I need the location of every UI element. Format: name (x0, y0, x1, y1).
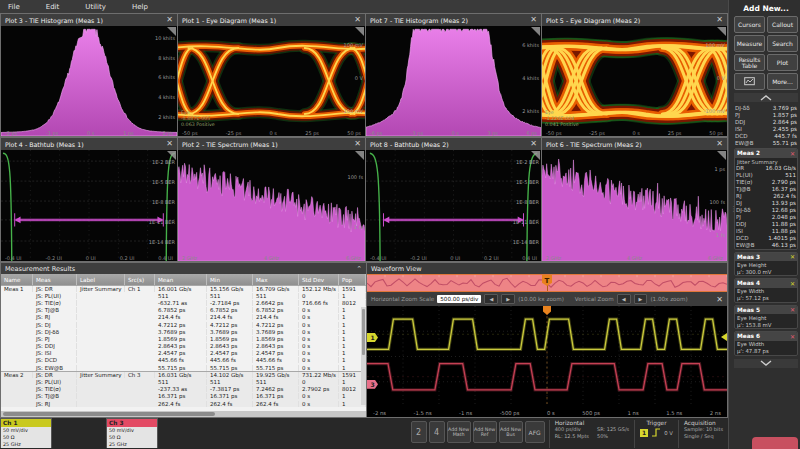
plot-title-bar[interactable]: Plot 2 - TIE Spectrum (Meas 1) ✕ (178, 138, 365, 150)
table-row[interactable]: JS: TJ@B6.7852 ps6.7852 ps6.7852 ps0 s1 (1, 307, 366, 314)
plot-area[interactable]: 10 khits8 khits6 khits4 khits2 khits -2 … (1, 26, 177, 136)
plot-panel-bathtub-meas1[interactable]: Plot 4 - Bathtub (Meas 1) ✕ 1E-2 BER1E-5… (0, 137, 178, 262)
plot-area[interactable]: 6 khits4 khits2 khits -6 ps-3 ps0 s3 ps6… (366, 26, 541, 136)
plot-title-bar[interactable]: Plot 3 - TIE Histogram (Meas 1) ✕ (1, 14, 177, 26)
table-row[interactable]: Meas 1JS: DRJitter SummaryCh 116.001 Gb/… (1, 285, 366, 292)
channel4-button[interactable]: 4 (429, 421, 445, 443)
plot-title-bar[interactable]: Plot 4 - Bathtub (Meas 1) ✕ (1, 138, 177, 150)
sidebar-bottom-badge[interactable] (752, 437, 798, 449)
plot-expand-handle[interactable] (167, 27, 176, 36)
table-row[interactable]: JS: EW@B55.715 ps55.715 ps55.715 ps0 s1 (1, 364, 366, 371)
scroll-down-button[interactable] (734, 359, 798, 368)
table-row[interactable]: JS: RJ214.4 fs214.4 fs214.4 fs0 s1 (1, 314, 366, 321)
table-row[interactable]: JS: DCD445.66 fs445.66 fs445.66 fs0 s1 (1, 357, 366, 364)
plot-expand-handle[interactable] (717, 27, 726, 36)
acquisition-settings-badge[interactable]: Acquisition Sample: 10 bits Single / Seq (678, 420, 728, 448)
column-header[interactable]: Pop (339, 274, 366, 285)
plot-panel-bathtub-meas2[interactable]: Plot 8 - Bathtub (Meas 2) ✕ 1E-2 BER1E-5… (365, 137, 542, 262)
trigger-settings-badge[interactable]: Trigger 1 0 V (634, 420, 678, 448)
plot-expand-handle[interactable] (167, 151, 176, 160)
table-row[interactable]: Meas 2JS: DRJitter SummaryCh 316.031 Gb/… (1, 371, 366, 378)
table-row[interactable]: JS: DDJ2.8643 ps2.8643 ps2.8643 ps0 s1 (1, 343, 366, 350)
plot-panel-eye-diagram-meas2[interactable]: Plot 5 - Eye Diagram (Meas 2) ✕ 100 mV0 … (541, 13, 728, 137)
add-new-math-button[interactable]: Add NewMath (447, 421, 471, 443)
table-row[interactable]: JS: DJ-δδ3.7689 ps3.7689 ps3.7689 ps0 s1 (1, 328, 366, 335)
plot-area[interactable]: 100 mV0 V-100 mV -50 ps-25 ps0 s25 ps50 … (542, 26, 727, 136)
table-row[interactable]: JS: PL(UI)51151151101 (1, 378, 366, 385)
plot-panel-tie-histogram-meas2[interactable]: Plot 7 - TIE Histogram (Meas 2) ✕ 6 khit… (365, 13, 542, 137)
h-zoom-increase-button[interactable]: ▶ (501, 294, 515, 304)
close-icon[interactable]: ✕ (790, 306, 795, 313)
add-new-bus-button[interactable]: Add NewBus (499, 421, 523, 443)
menu-file[interactable]: File (8, 3, 20, 11)
table-row[interactable]: JS: TIE(σ)-632.71 as-2.7184 ps2.6642 ps7… (1, 299, 366, 306)
measurement-stat-item[interactable]: EW@B55.71 ps (734, 139, 798, 146)
badge-header[interactable]: Meas 4✕ (735, 279, 797, 288)
v-zoom-increase-button[interactable]: ▶ (634, 294, 648, 304)
badge-header[interactable]: Meas 5✕ (735, 306, 797, 315)
plot-title-bar[interactable]: Plot 6 - TIE Spectrum (Meas 2) ✕ (542, 138, 727, 150)
measurement-stat-item[interactable]: ISI2.455 ps (734, 125, 798, 132)
plot-area[interactable]: 1 ps100 fs1 fs 2 GHz4 GHz6 GHz (542, 150, 727, 261)
table-row[interactable]: JS: TIE(σ)-237.33 as-7.3817 ps7.2462 ps2… (1, 386, 366, 393)
measurement-badge-meas-3[interactable]: Meas 3✕Eye Heightµ': 300.0 mV (734, 252, 798, 277)
plot-title-bar[interactable]: Plot 5 - Eye Diagram (Meas 2) ✕ (542, 14, 727, 26)
table-row[interactable]: JS: DJ4.7212 ps4.7212 ps4.7212 ps0 s1 (1, 321, 366, 328)
table-row[interactable]: JS: PJ1.8569 ps1.8569 ps1.8569 ps0 s1 (1, 335, 366, 342)
plot-area[interactable]: 100 mV0 V-100 mV -50 ps-25 ps0 s25 ps50 … (178, 26, 365, 136)
close-icon[interactable]: ✕ (716, 140, 723, 148)
results-title-bar[interactable]: Measurement Results ⌃ (1, 263, 366, 274)
add-new-results-table-button[interactable]: Results Table (734, 54, 765, 71)
plot-panel-tie-histogram-meas1[interactable]: Plot 3 - TIE Histogram (Meas 1) ✕ 10 khi… (0, 13, 178, 137)
screenshot-button[interactable] (734, 73, 765, 90)
column-header[interactable]: Label (77, 274, 125, 285)
measurement-stat-item[interactable]: DJ-δδ3.769 ps (734, 104, 798, 111)
close-icon[interactable]: ✕ (790, 150, 795, 157)
plot-expand-handle[interactable] (531, 151, 540, 160)
close-icon[interactable]: ✕ (166, 140, 173, 148)
scroll-up-button[interactable] (734, 93, 798, 102)
close-icon[interactable]: ✕ (716, 16, 723, 24)
column-header[interactable]: Name (1, 274, 33, 285)
add-new-search-button[interactable]: Search (767, 35, 798, 52)
add-new-plot-button[interactable]: Plot (767, 54, 798, 71)
channel2-button[interactable]: 2 (411, 421, 427, 443)
measurement-stat-item[interactable]: DCD445.7 fs (734, 132, 798, 139)
afg-button[interactable]: AFG (525, 421, 545, 443)
menu-help[interactable]: Help (132, 3, 148, 11)
plot-title-bar[interactable]: Plot 8 - Bathtub (Meas 2) ✕ (366, 138, 541, 150)
column-header[interactable]: Mean (155, 274, 207, 285)
badge-header[interactable]: Meas 3✕ (735, 253, 797, 262)
badge-header[interactable]: Meas 2✕ (735, 149, 797, 158)
close-icon[interactable]: ✕ (530, 16, 537, 24)
horizontal-scrollbar[interactable] (1, 411, 366, 417)
close-icon[interactable]: ✕ (354, 16, 361, 24)
column-header[interactable]: Max (253, 274, 299, 285)
add-new-more--button[interactable]: More... (767, 73, 798, 90)
plot-title-bar[interactable]: Plot 1 - Eye Diagram (Meas 1) ✕ (178, 14, 365, 26)
close-icon[interactable]: ✕ (716, 295, 723, 304)
close-icon[interactable]: ✕ (790, 333, 795, 340)
badge-header[interactable]: Meas 6✕ (735, 332, 797, 341)
acquisition-overview-band[interactable]: T (367, 274, 727, 292)
measurement-badge-meas-5[interactable]: Meas 5✕Eye Heightµ': 153.8 mV (734, 305, 798, 330)
channel1-badge[interactable]: Ch 1 50 mV/div 50 Ω 25 GHz (0, 418, 52, 448)
menu-edit[interactable]: Edit (46, 3, 60, 11)
close-icon[interactable]: ✕ (166, 16, 173, 24)
add-new-measure-button[interactable]: Measure (734, 35, 765, 52)
measurement-stat-item[interactable]: DDJ2.864 ps (734, 118, 798, 125)
plot-expand-handle[interactable] (355, 27, 364, 36)
h-zoom-decrease-button[interactable]: ◀ (484, 294, 498, 304)
plot-panel-tie-spectrum-meas1[interactable]: Plot 2 - TIE Spectrum (Meas 1) ✕ 100 fs1… (177, 137, 366, 262)
close-icon[interactable]: ✕ (354, 140, 361, 148)
menu-utility[interactable]: Utility (85, 3, 106, 11)
v-zoom-decrease-button[interactable]: ◀ (617, 294, 631, 304)
waveform-graticule[interactable]: 1 3 -2 ns-1.5 ns-1 ns-500 ps0 s500 ps1 n… (367, 306, 727, 417)
measurement-badge-meas-2[interactable]: Meas 2✕Jitter SummaryDR16.03 Gb/sPL(UI)5… (734, 148, 798, 250)
table-row[interactable]: JS: ISI2.4547 ps2.4547 ps2.4547 ps0 s1 (1, 350, 366, 357)
close-icon[interactable]: ✕ (790, 280, 795, 287)
plot-expand-handle[interactable] (355, 151, 364, 160)
sidebar-resize-handle[interactable]: ⋮ (730, 207, 737, 211)
close-icon[interactable]: ✕ (530, 140, 537, 148)
plot-panel-tie-spectrum-meas2[interactable]: Plot 6 - TIE Spectrum (Meas 2) ✕ 1 ps100… (541, 137, 728, 262)
